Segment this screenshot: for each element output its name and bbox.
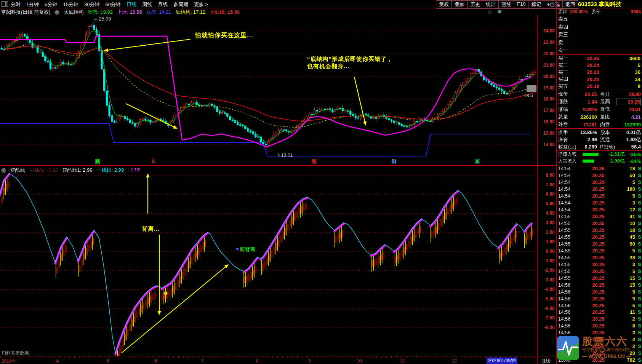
- bid-row[interactable]: 买二20.245: [557, 62, 642, 69]
- tool-button-F10[interactable]: F10: [514, 0, 528, 9]
- collapse-icon[interactable]: ∨: [1, 168, 6, 173]
- tick-time: 14:54: [558, 172, 574, 178]
- tick-row: 14:5620.259S: [557, 295, 642, 302]
- tick-row: 14:5420.2518S: [557, 165, 642, 172]
- fin-value: 2.96: [578, 137, 597, 142]
- flow-label: 净流入额: [558, 151, 583, 158]
- tick-trade-list[interactable]: 14:5420.2518S14:5420.2550S14:5420.255S14…: [557, 165, 642, 364]
- ask-row[interactable]: 卖三: [557, 31, 642, 39]
- ask-row[interactable]: 卖四: [557, 23, 642, 31]
- time-axis[interactable]: 2019年4567891011122020/01/09/四: [0, 356, 556, 364]
- bottom-marker-Ŝ: Ŝ: [152, 159, 155, 164]
- fin-label: 流通: [600, 136, 618, 143]
- sub-indicator-name[interactable]: 短酷线: [10, 167, 25, 174]
- stock-title[interactable]: 603533 掌阅科技: [557, 0, 642, 8]
- main-annotation-text: 怕就怕你买在这里...: [195, 32, 253, 40]
- osc-axis-label: -1.00: [538, 258, 555, 263]
- tick-row: 14:5520.2541S: [557, 213, 642, 220]
- tick-price: 20.25: [574, 200, 605, 206]
- fin-label: 股本: [600, 129, 618, 136]
- spot-label: 涨跌: [558, 98, 573, 105]
- bid-row[interactable]: 买一20.253600: [557, 55, 642, 62]
- chart-corner-icons[interactable]: ◇ ▣: [488, 9, 504, 14]
- tick-price: 20.25: [574, 309, 605, 315]
- period-tab-周线[interactable]: 周线: [142, 1, 152, 8]
- tick-row: 14:5420.255S: [557, 179, 642, 186]
- tick-side: S: [635, 207, 641, 212]
- bid-row[interactable]: 买三20.2336: [557, 69, 642, 76]
- spot-row: 总量226160量比4.21: [557, 113, 642, 121]
- tool-button-标记[interactable]: 标记: [528, 0, 544, 9]
- spot-value: 73161: [573, 122, 597, 128]
- tick-side: S: [635, 234, 641, 240]
- fin-value: 13.86%: [578, 129, 597, 135]
- watermark-url: — WWW.GP66.CN —: [582, 353, 631, 359]
- tool-button-统计[interactable]: 统计: [483, 0, 499, 9]
- oscillator-chart[interactable]: [0, 166, 537, 356]
- period-tab-日线[interactable]: 日线: [126, 1, 136, 8]
- collapse-icon[interactable]: ∨: [54, 10, 59, 15]
- period-tab-多周期[interactable]: 多周期: [173, 1, 188, 8]
- indicator-name[interactable]: 大底结构: [64, 9, 83, 16]
- tick-row: 14:5620.253S: [557, 329, 642, 336]
- bid-row[interactable]: 买四20.2034: [557, 76, 642, 83]
- tick-time: 14:55: [558, 268, 574, 274]
- order-book-bids: 买一20.253600买二20.245买三20.2336买四20.2034买五2…: [557, 55, 642, 90]
- period-tab-60分钟[interactable]: 60分钟: [105, 1, 120, 8]
- indicator-field: 大底线: 16.98: [210, 9, 240, 16]
- main-candlestick-chart[interactable]: [0, 15, 537, 166]
- osc-axis-label: 6.00: [538, 192, 555, 197]
- tick-time: 14:54: [558, 200, 574, 206]
- app-window: 分时1分钟5分钟15分钟30分钟60分钟日线周线月线多周期更多 > 复权叠加历史…: [0, 0, 642, 364]
- period-tab-5分钟[interactable]: 5分钟: [45, 1, 57, 8]
- time-axis-label: 9: [308, 358, 311, 364]
- osc-axis-label: -2.00: [538, 268, 555, 273]
- tick-price: 20.25: [574, 323, 605, 329]
- tool-button-叠加[interactable]: 叠加: [452, 0, 467, 9]
- tick-volume: 18: [605, 227, 635, 233]
- bid-row[interactable]: 买五20.199: [557, 83, 642, 90]
- price-axis-label: 18.00: [538, 96, 555, 102]
- tool-button-复权[interactable]: 复权: [436, 0, 452, 9]
- bottom-marker-涨: 涨: [312, 159, 317, 164]
- tick-price: 20.25: [574, 234, 605, 240]
- tool-button-画线[interactable]: 画线: [499, 0, 514, 9]
- fin-value: 1.63亿: [618, 136, 641, 143]
- tick-side: S: [635, 309, 641, 315]
- tick-row: 14:5420.255S: [557, 193, 642, 200]
- tick-side: S: [635, 357, 641, 363]
- period-tab-月线[interactable]: 月线: [158, 1, 168, 8]
- indicator-field: 准势: 19.92: [88, 9, 113, 16]
- osc-axis-label: 2.00: [538, 230, 555, 235]
- tool-button-历史[interactable]: 历史: [467, 0, 483, 9]
- window-icon[interactable]: [2, 1, 8, 7]
- fin-row: 收益(三)0.269PE(动)56.4: [557, 143, 642, 150]
- spot-label: 外盘: [558, 121, 573, 128]
- period-tab-1分钟[interactable]: 1分钟: [26, 1, 39, 8]
- ask-row[interactable]: 卖一: [557, 46, 642, 54]
- spot-row: 涨跌1.84最高20.25: [557, 98, 642, 105]
- fin-label: 净资: [558, 136, 578, 143]
- order-book-price: 20.20: [573, 77, 599, 82]
- tick-time: 14:55: [558, 248, 574, 254]
- period-tab-分时[interactable]: 分时: [11, 1, 21, 8]
- period-tab-15分钟[interactable]: 15分钟: [63, 1, 78, 8]
- period-tab-更多 >[interactable]: 更多 >: [194, 1, 208, 8]
- spot-value: 9.99%: [573, 107, 597, 112]
- spot-label: 总量: [558, 113, 573, 120]
- tick-volume: 50: [605, 241, 635, 247]
- sub-indicator-field: 短酷线1: 2.99: [62, 167, 93, 174]
- period-tab-30分钟[interactable]: 30分钟: [84, 1, 99, 8]
- watermark-tagline: 专注股票创造属于您的财富: [582, 347, 631, 353]
- osc-axis-label: -5.00: [538, 296, 555, 302]
- flow-value: -1.61亿: [599, 151, 625, 158]
- tick-side: S: [635, 296, 641, 302]
- tick-row: 14:5620.255S: [557, 288, 642, 295]
- ask-row[interactable]: 卖二: [557, 39, 642, 47]
- bottom-marker-减: 减: [475, 159, 480, 164]
- flow-pct: -24%: [625, 158, 641, 164]
- ask-row[interactable]: 卖五: [557, 15, 642, 23]
- price-axis-label: 17.00: [538, 108, 555, 113]
- tick-row: 14:5420.253S: [557, 200, 642, 206]
- tick-volume: 45: [605, 234, 635, 240]
